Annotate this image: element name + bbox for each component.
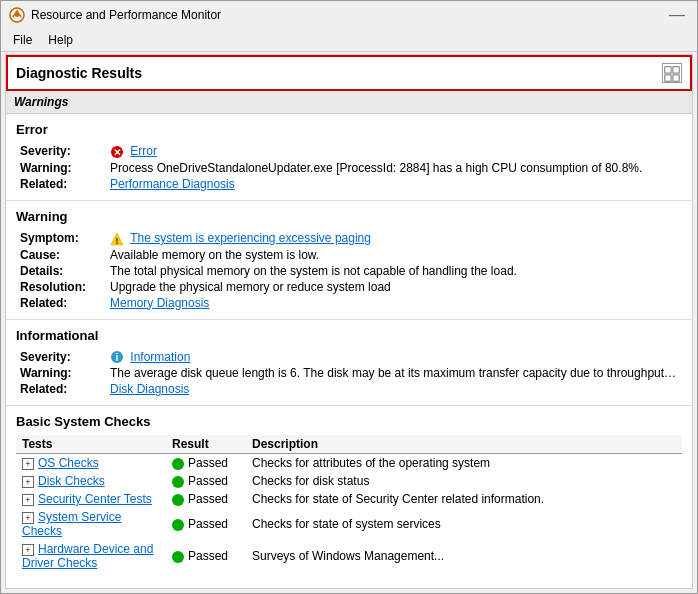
error-severity-link[interactable]: Error — [130, 144, 157, 158]
warning-title: Warning — [16, 209, 682, 224]
grid-view-icon[interactable] — [662, 63, 682, 83]
memory-diagnosis-link[interactable]: Memory Diagnosis — [110, 296, 209, 310]
test-link[interactable]: OS Checks — [38, 456, 99, 470]
checks-table-header: Tests Result Description — [16, 435, 682, 454]
window-title: Resource and Performance Monitor — [31, 8, 221, 22]
checks-table-body: +OS ChecksPassedChecks for attributes of… — [16, 454, 682, 573]
minimize-button[interactable]: — — [665, 6, 689, 24]
diagnostic-header: Diagnostic Results — [6, 55, 692, 91]
result-text: Passed — [188, 517, 228, 531]
table-row: +Hardware Device and Driver ChecksPassed… — [16, 540, 682, 572]
test-link[interactable]: Disk Checks — [38, 474, 105, 488]
warning-details-label: Details: — [16, 263, 106, 279]
passed-indicator — [172, 476, 184, 488]
table-row: +Security Center TestsPassedChecks for s… — [16, 490, 682, 508]
checks-description-cell: Surveys of Windows Management... — [246, 540, 682, 572]
result-text: Passed — [188, 474, 228, 488]
col-header-tests: Tests — [16, 435, 166, 454]
checks-result-cell: Passed — [166, 472, 246, 490]
informational-block: Informational Severity: i Information Wa… — [6, 320, 692, 407]
checks-header-row: Tests Result Description — [16, 435, 682, 454]
info-warning-text: The average disk queue length is 6. The … — [106, 365, 682, 381]
passed-indicator — [172, 551, 184, 563]
info-severity-label: Severity: — [16, 349, 106, 366]
warning-related-label: Related: — [16, 295, 106, 311]
warning-symptom-value: ! The system is experiencing excessive p… — [106, 230, 682, 247]
symptom-link[interactable]: The system is experiencing excessive pag… — [130, 231, 371, 245]
menu-help[interactable]: Help — [40, 31, 81, 49]
table-row: +Disk ChecksPassedChecks for disk status — [16, 472, 682, 490]
error-warning-row: Warning: Process OneDriveStandaloneUpdat… — [16, 160, 682, 176]
menu-file[interactable]: File — [5, 31, 40, 49]
svg-rect-2 — [665, 67, 671, 73]
basic-checks-title: Basic System Checks — [16, 414, 682, 429]
error-title: Error — [16, 122, 682, 137]
svg-text:!: ! — [116, 236, 119, 246]
svg-text:✕: ✕ — [113, 147, 121, 158]
warning-details-text: The total physical memory on the system … — [106, 263, 682, 279]
svg-rect-4 — [665, 75, 671, 81]
info-severity-row: Severity: i Information — [16, 349, 682, 366]
warnings-section-header: Warnings — [6, 91, 692, 114]
svg-rect-5 — [673, 75, 679, 81]
expand-icon[interactable]: + — [22, 458, 34, 470]
info-severity-link[interactable]: Information — [130, 350, 190, 364]
col-header-result: Result — [166, 435, 246, 454]
main-window: Resource and Performance Monitor — File … — [0, 0, 698, 594]
expand-icon[interactable]: + — [22, 494, 34, 506]
warning-related-row: Related: Memory Diagnosis — [16, 295, 682, 311]
performance-diagnosis-link[interactable]: Performance Diagnosis — [110, 177, 235, 191]
result-text: Passed — [188, 492, 228, 506]
result-text: Passed — [188, 456, 228, 470]
result-text: Passed — [188, 549, 228, 563]
informational-details-table: Severity: i Information Warning: The ave… — [16, 349, 682, 398]
info-related-link: Disk Diagnosis — [106, 381, 682, 397]
basic-checks-table: Tests Result Description +OS ChecksPasse… — [16, 435, 682, 572]
warning-symptom-label: Symptom: — [16, 230, 106, 247]
warning-details-row: Details: The total physical memory on th… — [16, 263, 682, 279]
title-bar-left: Resource and Performance Monitor — [9, 7, 221, 23]
warning-cause-label: Cause: — [16, 247, 106, 263]
test-link[interactable]: Security Center Tests — [38, 492, 152, 506]
error-x-icon: ✕ — [110, 145, 124, 159]
checks-description-cell: Checks for state of system services — [246, 508, 682, 540]
info-related-row: Related: Disk Diagnosis — [16, 381, 682, 397]
disk-diagnosis-link[interactable]: Disk Diagnosis — [110, 382, 189, 396]
info-warning-label: Warning: — [16, 365, 106, 381]
error-block: Error Severity: ✕ Error Warning: P — [6, 114, 692, 201]
checks-result-cell: Passed — [166, 508, 246, 540]
warning-details-table: Symptom: ! The system is experiencing ex… — [16, 230, 682, 311]
error-severity-label: Severity: — [16, 143, 106, 160]
passed-indicator — [172, 519, 184, 531]
table-row: +OS ChecksPassedChecks for attributes of… — [16, 454, 682, 473]
app-icon — [9, 7, 25, 23]
expand-icon[interactable]: + — [22, 544, 34, 556]
error-related-link: Performance Diagnosis — [106, 176, 682, 192]
svg-point-1 — [15, 13, 19, 17]
error-severity-row: Severity: ✕ Error — [16, 143, 682, 160]
expand-icon[interactable]: + — [22, 512, 34, 524]
svg-rect-3 — [673, 67, 679, 73]
checks-result-cell: Passed — [166, 490, 246, 508]
warning-symptom-row: Symptom: ! The system is experiencing ex… — [16, 230, 682, 247]
warning-triangle-icon: ! — [110, 232, 124, 246]
info-severity-value: i Information — [106, 349, 682, 366]
error-related-label: Related: — [16, 176, 106, 192]
warning-cause-text: Available memory on the system is low. — [106, 247, 682, 263]
test-link[interactable]: System Service Checks — [22, 510, 121, 538]
title-bar: Resource and Performance Monitor — — [1, 1, 697, 29]
checks-description-cell: Checks for disk status — [246, 472, 682, 490]
content-area: Diagnostic Results Warnings Error Severi… — [5, 54, 693, 589]
checks-test-cell: +Hardware Device and Driver Checks — [16, 540, 166, 572]
col-header-description: Description — [246, 435, 682, 454]
svg-text:i: i — [116, 352, 119, 363]
error-warning-text: Process OneDriveStandaloneUpdater.exe [P… — [106, 160, 682, 176]
error-severity-value: ✕ Error — [106, 143, 682, 160]
diagnostic-title: Diagnostic Results — [16, 65, 142, 81]
error-warning-label: Warning: — [16, 160, 106, 176]
expand-icon[interactable]: + — [22, 476, 34, 488]
basic-checks-section: Basic System Checks Tests Result Descrip… — [6, 406, 692, 580]
test-link[interactable]: Hardware Device and Driver Checks — [22, 542, 153, 570]
checks-test-cell: +Security Center Tests — [16, 490, 166, 508]
warning-cause-row: Cause: Available memory on the system is… — [16, 247, 682, 263]
